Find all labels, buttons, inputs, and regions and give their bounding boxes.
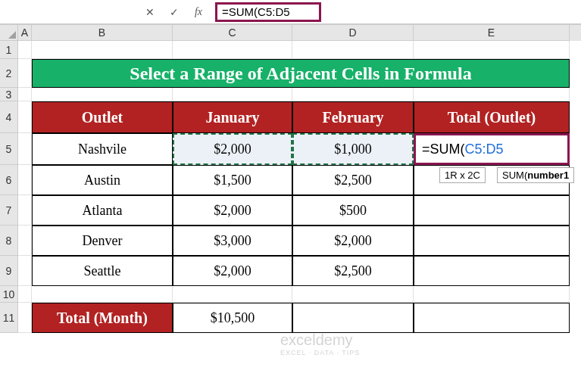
row-headers: 1 2 3 4 5 6 7 8 9 10 11 bbox=[0, 41, 18, 333]
row-header-8[interactable]: 8 bbox=[0, 226, 18, 256]
col-header-A[interactable]: A bbox=[18, 25, 32, 41]
cell-D9[interactable]: $2,500 bbox=[292, 256, 414, 286]
cell-C9[interactable]: $2,000 bbox=[173, 256, 292, 286]
col-header-C[interactable]: C bbox=[173, 25, 292, 41]
col-header-E[interactable]: E bbox=[414, 25, 570, 41]
cell-B7[interactable]: Atlanta bbox=[32, 195, 173, 226]
row-header-2[interactable]: 2 bbox=[0, 59, 18, 88]
row-header-3[interactable]: 3 bbox=[0, 88, 18, 101]
cell-E5-active[interactable]: =SUM(C5:D5 bbox=[414, 133, 570, 165]
cell-B9[interactable]: Seattle bbox=[32, 256, 173, 286]
function-hint-tooltip: SUM(number1 bbox=[497, 167, 574, 183]
row-header-4[interactable]: 4 bbox=[0, 101, 18, 133]
row-header-10[interactable]: 10 bbox=[0, 286, 18, 303]
row-header-5[interactable]: 5 bbox=[0, 133, 18, 165]
formula-cancel-button[interactable]: ✕ bbox=[138, 2, 162, 22]
select-all-corner[interactable] bbox=[0, 25, 18, 41]
formula-equals: = bbox=[422, 142, 430, 157]
fx-button[interactable]: fx bbox=[186, 2, 211, 22]
formula-input[interactable]: =SUM(C5:D5 bbox=[215, 2, 321, 22]
cell-D6[interactable]: $2,500 bbox=[292, 165, 414, 195]
selection-size-badge: 1R x 2C bbox=[439, 167, 486, 183]
cell-E11[interactable] bbox=[414, 303, 570, 333]
cell-B11-total-month[interactable]: Total (Month) bbox=[32, 303, 173, 333]
cell-C7[interactable]: $2,000 bbox=[173, 195, 292, 226]
cell-E8[interactable] bbox=[414, 226, 570, 256]
sheet-title[interactable]: Select a Range of Adjacent Cells in Form… bbox=[32, 59, 570, 88]
hint-arg: number1 bbox=[527, 170, 569, 181]
row-header-9[interactable]: 9 bbox=[0, 256, 18, 286]
spreadsheet-grid: A B C D E 1 2 3 4 5 6 7 8 9 10 11 Select… bbox=[0, 24, 581, 333]
formula-function: SUM( bbox=[430, 142, 465, 157]
cell-B6[interactable]: Austin bbox=[32, 165, 173, 195]
header-total-outlet[interactable]: Total (Outlet) bbox=[414, 101, 570, 133]
cell-E7[interactable] bbox=[414, 195, 570, 226]
cell-C5[interactable]: $2,000 bbox=[173, 133, 292, 165]
formula-ref: C5:D5 bbox=[465, 142, 504, 157]
cell-B8[interactable]: Denver bbox=[32, 226, 173, 256]
cell-C8[interactable]: $3,000 bbox=[173, 226, 292, 256]
header-january[interactable]: January bbox=[173, 101, 292, 133]
cell-E9[interactable] bbox=[414, 256, 570, 286]
watermark-main: exceldemy bbox=[280, 331, 353, 348]
row-header-7[interactable]: 7 bbox=[0, 195, 18, 226]
header-february[interactable]: February bbox=[292, 101, 414, 133]
cell-D7[interactable]: $500 bbox=[292, 195, 414, 226]
formula-bar: ✕ ✓ fx =SUM(C5:D5 bbox=[0, 0, 581, 24]
formula-confirm-button[interactable]: ✓ bbox=[162, 2, 186, 22]
row-header-6[interactable]: 6 bbox=[0, 165, 18, 195]
watermark: exceldemy EXCEL · DATA · TIPS bbox=[280, 331, 360, 356]
row-header-1[interactable]: 1 bbox=[0, 41, 18, 59]
col-header-B[interactable]: B bbox=[32, 25, 173, 41]
hint-fn: SUM( bbox=[502, 170, 527, 181]
row-header-11[interactable]: 11 bbox=[0, 303, 18, 333]
cell-C11[interactable]: $10,500 bbox=[173, 303, 292, 333]
cell-D11[interactable] bbox=[292, 303, 414, 333]
col-header-D[interactable]: D bbox=[292, 25, 414, 41]
column-headers: A B C D E bbox=[0, 24, 581, 41]
cell-D5[interactable]: $1,000 bbox=[292, 133, 414, 165]
cell-D8[interactable]: $2,000 bbox=[292, 226, 414, 256]
header-outlet[interactable]: Outlet bbox=[32, 101, 173, 133]
cell-B5[interactable]: Nashvile bbox=[32, 133, 173, 165]
cell-C6[interactable]: $1,500 bbox=[173, 165, 292, 195]
watermark-sub: EXCEL · DATA · TIPS bbox=[280, 349, 360, 356]
